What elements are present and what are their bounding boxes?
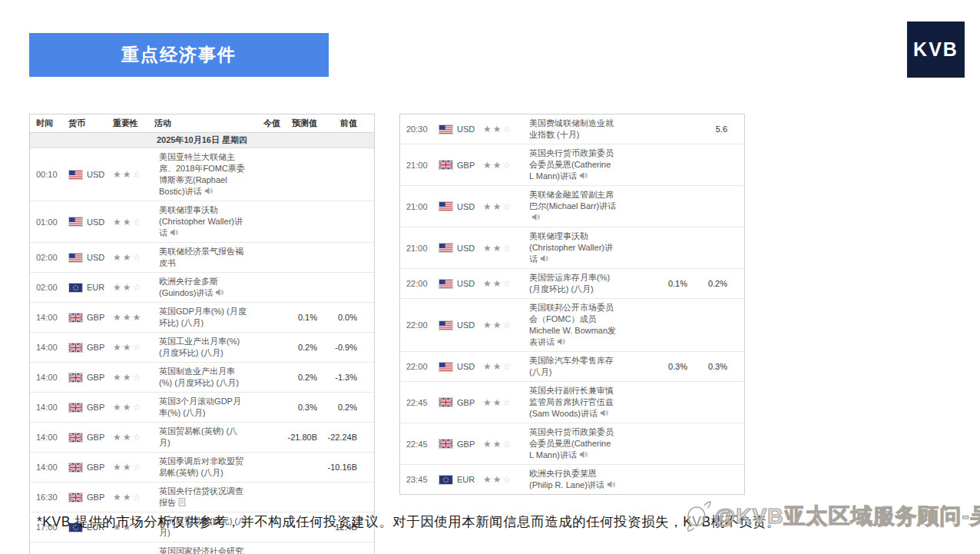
- star-icon: ★: [483, 124, 493, 134]
- currency-code: GBP: [457, 161, 475, 170]
- speaker-icon[interactable]: [579, 450, 588, 459]
- document-icon[interactable]: [178, 498, 186, 506]
- event-row: 21:00USD★★☆美联储金融监管副主席巴尔(Michael Barr)讲话: [400, 186, 744, 227]
- star-icon: ★: [123, 492, 133, 503]
- currency-code: USD: [457, 244, 475, 253]
- star-icon: ★: [113, 432, 123, 443]
- event-time: 21:00: [406, 244, 439, 253]
- event-title: 美联储金融监管副主席巴尔(Michael Barr)讲话: [525, 189, 620, 224]
- event-row: 19:00GBP★★☆英国国家经济社会研究院(NIESR)月度GDP跟踪报告0.…: [30, 542, 374, 554]
- currency-cell: GBP: [68, 313, 113, 323]
- importance-stars: ★★☆: [113, 432, 154, 443]
- eu-flag-icon: [68, 283, 83, 293]
- event-row: 14:00GBP★★☆英国季调后对非欧盟贸易帐(英镑) (八月)-10.16B: [30, 453, 374, 483]
- currency-code: USD: [87, 217, 104, 227]
- importance-stars: ★★☆: [113, 462, 154, 473]
- star-icon: ★: [113, 342, 123, 353]
- gb-flag-icon: [68, 313, 83, 323]
- event-title: 美联储理事沃勒(Christopher Waller)讲话: [154, 204, 250, 239]
- currency-cell: USD: [439, 320, 483, 330]
- currency-cell: GBP: [68, 343, 113, 353]
- event-title: 美国费城联储制造业就业指数 (十月): [525, 118, 620, 141]
- star-icon: ☆: [503, 361, 513, 372]
- previous-value: -10.16B: [317, 463, 357, 472]
- economic-calendar-table-left: 时间 货币 重要性 活动 今值 预测值 前值 2025年10月16日 星期四 0…: [29, 114, 375, 554]
- currency-code: GBP: [87, 403, 104, 412]
- speaker-icon[interactable]: [170, 228, 178, 237]
- event-time: 14:00: [36, 463, 68, 472]
- star-icon: ☆: [503, 397, 513, 408]
- event-row: 23:45EUR★★☆欧洲央行执委莱恩(Philip R. Lane)讲话: [400, 465, 744, 494]
- us-flag-icon: [68, 170, 83, 180]
- header-importance: 重要性: [113, 118, 154, 129]
- currency-code: GBP: [87, 313, 104, 322]
- star-icon: ★: [483, 243, 493, 254]
- speaker-icon[interactable]: [579, 171, 588, 180]
- speaker-icon[interactable]: [531, 213, 540, 221]
- speaker-icon[interactable]: [600, 409, 608, 417]
- event-time: 23:45: [406, 475, 439, 484]
- kvb-logo-text: KVB: [913, 38, 958, 61]
- gb-flag-icon: [439, 397, 453, 407]
- star-icon: ★: [483, 201, 493, 212]
- event-row: 21:00GBP★★☆英国央行货币政策委员会委员曼恩(Catherine L M…: [400, 144, 744, 186]
- currency-cell: EUR: [68, 283, 113, 293]
- calendar-rows-right: 20:30USD★★☆美国费城联储制造业就业指数 (十月)5.621:00GBP…: [400, 114, 744, 494]
- previous-value: -1.3%: [317, 373, 357, 382]
- event-title: 英国央行货币政策委员会委员曼恩(Catherine L Mann)讲话: [525, 148, 620, 182]
- star-icon: ★: [113, 282, 123, 293]
- event-title: 英国央行副行长兼审慎监管局首席执行官伍兹(Sam Woods)讲话: [525, 385, 620, 420]
- eu-flag-icon: [439, 475, 453, 485]
- us-flag-icon: [439, 201, 453, 211]
- gb-flag-icon: [439, 439, 453, 449]
- event-time: 14:00: [36, 433, 68, 442]
- gb-flag-icon: [68, 493, 83, 503]
- star-icon: ★: [493, 278, 503, 289]
- star-icon: ★: [483, 361, 493, 372]
- currency-cell: GBP: [68, 493, 113, 503]
- us-flag-icon: [68, 217, 83, 227]
- event-title: 美国除汽车外零售库存 (八月): [525, 355, 620, 378]
- speaker-icon[interactable]: [204, 187, 213, 195]
- us-flag-icon: [439, 279, 453, 289]
- speaker-icon[interactable]: [540, 254, 548, 263]
- star-icon: ★: [483, 474, 493, 485]
- star-icon: ★: [493, 201, 503, 212]
- currency-code: USD: [87, 253, 104, 262]
- star-icon: ☆: [503, 439, 513, 450]
- importance-stars: ★★★: [113, 312, 154, 323]
- forecast-value: 0.2%: [280, 343, 317, 352]
- event-time: 14:00: [36, 403, 68, 412]
- event-row: 16:30GBP★★☆英国央行信贷状况调查报告: [30, 483, 374, 513]
- event-row: 21:00USD★★☆美联储理事沃勒(Christopher Waller)讲话: [400, 227, 744, 269]
- importance-stars: ★★☆: [483, 397, 525, 408]
- event-title: 美联储理事沃勒(Christopher Waller)讲话: [525, 231, 620, 265]
- star-icon: ★: [113, 312, 123, 323]
- currency-cell: USD: [68, 217, 113, 227]
- event-row: 22:00USD★★☆美国除汽车外零售库存 (八月)0.3%0.3%: [400, 352, 744, 382]
- calendar-rows-left: 00:10USD★★☆美国亚特兰大联储主席、2018年FOMC票委博斯蒂克(Ra…: [30, 148, 374, 554]
- importance-stars: ★★☆: [483, 201, 525, 212]
- currency-code: USD: [457, 320, 475, 330]
- event-time: 21:00: [406, 202, 439, 211]
- event-time: 22:45: [406, 398, 439, 407]
- speaker-icon[interactable]: [557, 337, 565, 346]
- star-icon: ★: [113, 169, 123, 180]
- event-time: 20:30: [406, 124, 439, 134]
- header-currency: 货币: [68, 118, 113, 129]
- speaker-icon[interactable]: [215, 288, 223, 297]
- header-actual: 今值: [250, 118, 280, 129]
- star-icon: ★: [113, 462, 123, 473]
- star-icon: ☆: [133, 402, 143, 413]
- currency-code: GBP: [457, 440, 475, 449]
- importance-stars: ★★☆: [483, 474, 525, 485]
- header-event: 活动: [154, 118, 250, 129]
- currency-cell: GBP: [68, 373, 113, 383]
- star-icon: ☆: [503, 278, 513, 289]
- watermark-mascot-icon: [685, 499, 713, 533]
- currency-cell: GBP: [68, 433, 113, 443]
- watermark-text: @KVB亚太区域服务顾问-吴文: [714, 502, 980, 531]
- speaker-icon[interactable]: [607, 480, 615, 489]
- event-title: 英国央行信贷状况调查报告: [154, 486, 250, 509]
- gb-flag-icon: [68, 343, 83, 353]
